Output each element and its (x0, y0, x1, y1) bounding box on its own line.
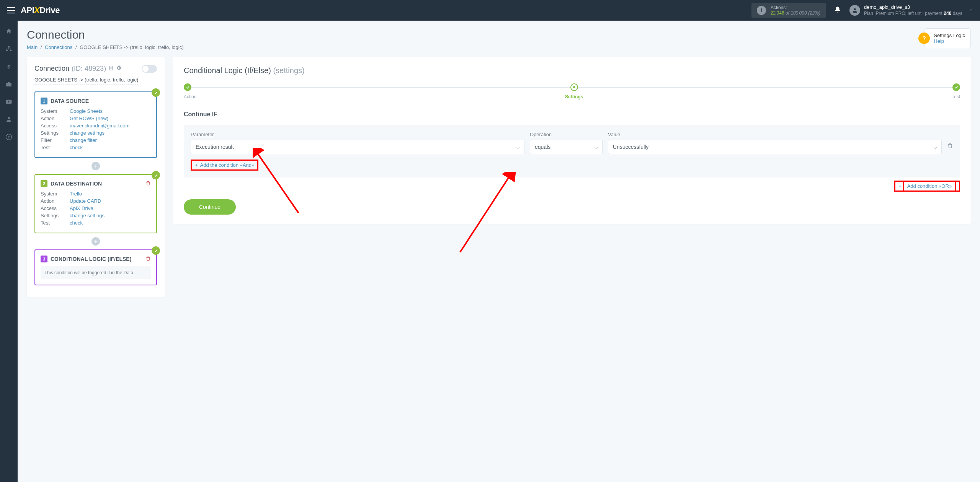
document-icon[interactable] (108, 65, 114, 73)
row-value[interactable]: change settings (70, 213, 105, 218)
logo-api: API (21, 5, 34, 15)
row-value[interactable]: change settings (70, 130, 105, 136)
block-note: This condition will be triggered if in t… (41, 266, 151, 279)
actions-total: 100'000 (791, 10, 807, 16)
svg-text:?: ? (8, 135, 10, 139)
svg-rect-3 (10, 50, 12, 51)
dollar-icon[interactable]: $ (5, 63, 13, 70)
row-label: Action (41, 116, 70, 121)
left-nav: $ ? (0, 21, 18, 482)
youtube-icon[interactable] (5, 98, 13, 106)
row-label: System (41, 108, 70, 114)
row-value[interactable]: change filter (70, 137, 97, 143)
trash-icon[interactable] (145, 181, 151, 187)
block-title: CONDITIONAL LOGIC (IF/ELSE) (51, 256, 131, 262)
condition-row: Parameter Execution result⌵ Operation eq… (184, 125, 960, 177)
block-title: DATA SOURCE (51, 98, 89, 104)
step-settings[interactable]: Settings (565, 83, 583, 99)
value-select[interactable]: Unsuccessfully⌵ (608, 140, 942, 154)
block-num: 2 (41, 180, 47, 187)
svg-point-0 (854, 8, 856, 10)
continue-button[interactable]: Continue (184, 199, 236, 215)
row-value[interactable]: check (70, 220, 83, 226)
conditional-logic-block: 3CONDITIONAL LOGIC (IF/ELSE) This condit… (34, 249, 157, 285)
row-label: Test (41, 220, 70, 226)
breadcrumb-main[interactable]: Main (27, 44, 38, 50)
check-icon (152, 171, 160, 179)
row-label: System (41, 191, 70, 197)
row-label: Action (41, 198, 70, 204)
block-num: 3 (41, 256, 47, 262)
actions-used: 22'046 (771, 10, 784, 16)
svg-rect-1 (8, 46, 10, 48)
sitemap-icon[interactable] (5, 45, 13, 53)
content: Connection Main / Connections / GOOGLE S… (18, 21, 980, 482)
help-icon[interactable]: ? (5, 133, 13, 141)
svg-rect-5 (6, 83, 11, 86)
check-icon (152, 246, 160, 255)
row-value[interactable]: check (70, 145, 83, 150)
check-icon (152, 88, 160, 97)
add-block-button[interactable]: + (91, 162, 100, 170)
main-panel: Conditional Logic (If/Else) (settings) A… (173, 57, 971, 224)
trash-icon[interactable] (145, 256, 151, 262)
actions-label: Actions: (771, 5, 820, 10)
block-num: 1 (41, 98, 47, 104)
svg-point-7 (8, 117, 10, 119)
parameter-label: Parameter (191, 132, 524, 137)
briefcase-icon[interactable] (5, 80, 13, 88)
add-block-button[interactable]: + (91, 237, 100, 246)
notifications-icon[interactable] (831, 6, 844, 15)
parameter-select[interactable]: Execution result⌵ (191, 140, 524, 154)
gear-icon[interactable] (116, 65, 121, 73)
help-title: Settings Logic (934, 33, 965, 38)
step-action[interactable]: Action (184, 83, 196, 99)
add-or-button[interactable]: + Add condition «OR» (894, 181, 960, 192)
row-label: Filter (41, 137, 70, 143)
row-value[interactable]: ApiX Drive (70, 205, 93, 211)
row-value[interactable]: Get ROWS (new) (70, 116, 108, 121)
connection-path: GOOGLE SHEETS -> (trello, logic, trello,… (34, 77, 138, 85)
row-label: Settings (41, 130, 70, 136)
user-icon[interactable] (5, 116, 13, 123)
breadcrumb-connections[interactable]: Connections (45, 44, 72, 50)
chevron-down-icon: ⌵ (595, 144, 598, 150)
row-value[interactable]: Trello (70, 191, 82, 197)
section-title: Continue IF (184, 111, 960, 118)
operation-select[interactable]: equals⌵ (530, 140, 603, 154)
topbar: APIXDrive i Actions: 22'046 of 100'000 (… (0, 0, 980, 21)
delete-condition-icon[interactable] (947, 143, 953, 154)
row-label: Access (41, 123, 70, 129)
menu-toggle[interactable] (7, 7, 15, 13)
connection-toggle[interactable] (142, 65, 157, 73)
user-name: demo_apix_drive_s3 (864, 4, 962, 11)
connection-title: Connection (ID: 48923) (34, 65, 157, 73)
row-value[interactable]: Google Sheets (70, 108, 103, 114)
row-value[interactable]: maverickandrii@gmail.com (70, 123, 129, 129)
help-link[interactable]: Help (934, 38, 944, 44)
logo-drive: Drive (39, 5, 60, 15)
logo-x: X (34, 5, 39, 15)
avatar-icon (849, 5, 860, 16)
home-icon[interactable] (5, 28, 13, 35)
logo[interactable]: APIXDrive (21, 5, 60, 15)
row-label: Test (41, 145, 70, 150)
stepper: Action Settings Test (184, 83, 960, 99)
chevron-down-icon: ⌵ (934, 144, 937, 150)
row-label: Access (41, 205, 70, 211)
breadcrumb-current: GOOGLE SHEETS -> (trello, logic, trello,… (80, 44, 183, 50)
data-source-block: 1DATA SOURCE SystemGoogle SheetsActionGe… (34, 91, 157, 158)
svg-rect-2 (6, 50, 8, 51)
user-menu[interactable]: demo_apix_drive_s3 Plan |Premium PRO| le… (849, 4, 973, 16)
connection-id: (ID: 48923) (72, 65, 106, 73)
help-box: ? Settings Logic Help (924, 28, 971, 48)
actions-pct: (22%) (808, 10, 820, 16)
chevron-down-icon: ⌵ (516, 144, 519, 150)
step-test[interactable]: Test (952, 83, 960, 99)
row-value[interactable]: Update CARD (70, 198, 101, 204)
breadcrumb: Main / Connections / GOOGLE SHEETS -> (t… (27, 44, 184, 50)
add-and-button[interactable]: + Add the condition «And» (191, 160, 258, 171)
row-label: Settings (41, 213, 70, 218)
main-title: Conditional Logic (If/Else) (settings) (184, 66, 960, 75)
actions-counter[interactable]: i Actions: 22'046 of 100'000 (22%) (751, 3, 826, 18)
